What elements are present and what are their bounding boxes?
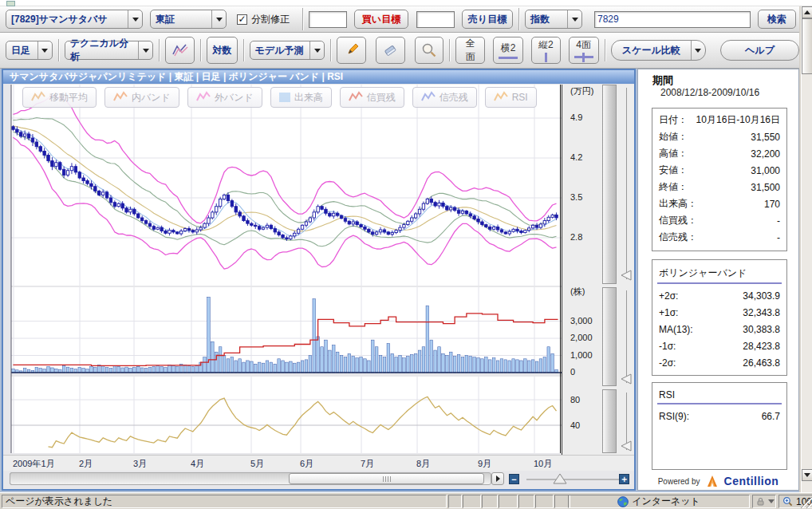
vertical-scrollbar[interactable] [801, 6, 812, 492]
chevron-down-icon[interactable] [37, 41, 52, 59]
chart-canvas[interactable] [3, 84, 562, 455]
buy-target-input[interactable] [309, 11, 347, 28]
scroll-up-button[interactable] [802, 6, 812, 18]
scroll-down-button[interactable] [802, 469, 812, 481]
bollinger-row: -2σ:26,463.8 [652, 354, 786, 371]
legend-button-信買残[interactable]: 信買残 [340, 87, 404, 108]
symbol-search-input[interactable] [594, 11, 751, 28]
scale-compare-dropdown[interactable]: スケール比較 [611, 40, 706, 61]
zoom-in-button[interactable]: ＋ [619, 474, 629, 484]
legend-button-信売残[interactable]: 信売残 [412, 87, 477, 108]
status-pane [448, 495, 462, 508]
protected-mode-pane[interactable] [752, 495, 776, 508]
quote-row-label: 信売残： [659, 231, 697, 244]
bollinger-row-value: 26,463.8 [743, 357, 780, 369]
legend-button-外バンド[interactable]: 外バンド [187, 87, 262, 108]
quote-row-label: 高値： [659, 147, 688, 160]
legend-button-出来高[interactable]: 出来高 [270, 87, 332, 108]
bollinger-row-value: 30,383.8 [743, 324, 780, 335]
help-button[interactable]: ヘルプ [720, 40, 799, 61]
status-pane [499, 495, 518, 508]
price-scale-bar[interactable] [602, 85, 617, 284]
centillion-brand: Centillion [724, 475, 779, 487]
technical-analysis-dropdown[interactable]: テクニカル分析 [65, 41, 154, 60]
price-scale-slider[interactable] [626, 88, 627, 279]
split-vertical-button[interactable]: 縦2 [531, 37, 561, 64]
chevron-down-icon[interactable] [309, 41, 324, 59]
scroll-right-button[interactable] [491, 472, 504, 485]
period-dropdown[interactable]: 日足 [6, 41, 53, 60]
quote-row: 出来高：170 [652, 195, 786, 212]
legend-button-内バンド[interactable]: 内バンド [104, 87, 179, 108]
quote-row-value: 31,500 [751, 182, 780, 193]
quote-row-value: 31,000 [751, 165, 780, 176]
quote-row-value: 32,200 [751, 148, 780, 160]
quote-rows: 日付：10月16日-10月16日始値：31,550高値：32,200安値：31,… [652, 112, 786, 246]
exchange-dropdown-label: 東証 [151, 10, 211, 28]
volume-scale-handle[interactable] [620, 373, 633, 385]
index-dropdown[interactable]: 指数 [525, 10, 582, 29]
split-vertical-label: 縦2 [538, 38, 554, 52]
price-scale-handle[interactable] [620, 270, 633, 281]
status-bar: ページが表示されました インターネット 100% [0, 492, 812, 509]
volume-tick: 0 [570, 367, 575, 377]
legend-button-移動平均[interactable]: 移動平均 [22, 87, 97, 108]
exchange-dropdown[interactable]: 東証 [150, 10, 227, 29]
separator [243, 39, 244, 61]
chevron-down-icon[interactable] [211, 10, 226, 28]
draw-pencil-button[interactable] [337, 37, 366, 64]
quote-row-value: - [777, 215, 780, 227]
split-horizontal-label: 横2 [501, 41, 516, 55]
chevron-down-icon[interactable] [128, 10, 142, 28]
price-axis-unit: (万円) [570, 85, 593, 97]
volume-scale-bar[interactable] [602, 287, 617, 386]
bollinger-rows: +2σ:34,303.9+1σ:32,343.8MA(13):30,383.8-… [652, 287, 786, 371]
rsi-scale-handle[interactable] [620, 440, 633, 452]
month-label: 6月 [300, 458, 313, 470]
month-label: 7月 [361, 458, 374, 470]
legend-line-icon [196, 91, 211, 105]
zoom-out-button[interactable]: − [509, 474, 519, 484]
period-dropdown-label: 日足 [6, 41, 37, 59]
zoom-slider[interactable] [523, 472, 625, 487]
zoom-tool-button[interactable] [415, 37, 444, 64]
x-axis-months: 2009年1月2月3月4月5月6月7月8月9月10月 [3, 455, 634, 471]
search-button[interactable]: 検索 [758, 10, 796, 29]
chart-scrollbar-thumb[interactable] [289, 473, 484, 484]
bollinger-row: MA(13):30,383.8 [652, 321, 786, 337]
chevron-down-icon[interactable] [567, 10, 581, 28]
chevron-down-icon[interactable] [138, 41, 152, 59]
sell-target-input[interactable] [416, 11, 455, 28]
legend-button-RSI[interactable]: RSI [485, 87, 537, 108]
bollinger-row-value: 32,343.8 [743, 307, 780, 318]
price-tick: 4.9 [570, 112, 582, 122]
axis-column: (万円) (株) 4.94.23.52.8 3,0002,0001,0000 8… [562, 85, 634, 455]
split-quad-button[interactable]: 4面 [569, 37, 599, 64]
line-chart-button[interactable] [165, 37, 195, 64]
volume-tick: 2,000 [570, 333, 593, 342]
sell-target-button[interactable]: 売り目標 [462, 10, 513, 29]
buy-target-button[interactable]: 買い目標 [354, 10, 408, 29]
full-view-button[interactable]: 全面 [455, 37, 485, 64]
month-label: 2月 [79, 458, 93, 470]
chart-scrollbar-track[interactable] [10, 472, 491, 485]
quote-row: 安値：31,000 [652, 162, 786, 179]
volume-scale-slider[interactable] [626, 290, 627, 383]
price-tick: 2.8 [570, 232, 582, 242]
zoom-magnifier-icon [782, 496, 793, 507]
pencil-icon [344, 42, 360, 58]
split-adjust-checkbox[interactable]: ✓ [237, 14, 247, 25]
split-horizontal-button[interactable]: 横2 [493, 37, 523, 64]
rsi-scale-bar[interactable] [602, 389, 617, 453]
model-forecast-dropdown[interactable]: モデル予測 [250, 41, 325, 60]
month-label: 3月 [133, 458, 147, 470]
quote-row-label: 出来高： [659, 197, 697, 211]
symbol-dropdown[interactable]: [7829]サマンサタバサ [6, 10, 143, 29]
quote-row-label: 終値： [659, 180, 688, 194]
vertical-scrollbar-thumb[interactable] [802, 18, 812, 74]
log-scale-button[interactable]: 対数 [207, 37, 238, 64]
browser-mini-icon [6, 1, 15, 6]
month-label: 8月 [416, 458, 430, 470]
chevron-down-icon[interactable] [691, 41, 705, 60]
eraser-button[interactable] [376, 37, 405, 64]
